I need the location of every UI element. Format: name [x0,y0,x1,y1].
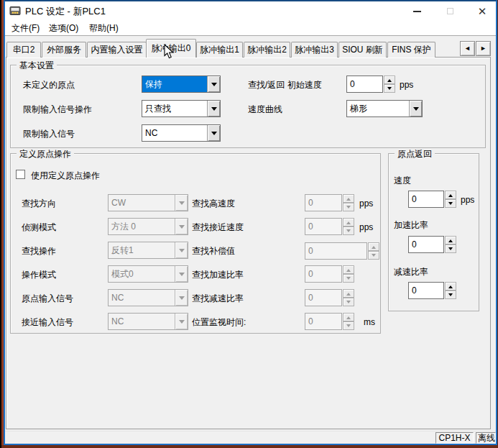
tab-fins-protect[interactable]: FINS 保护 [387,42,435,58]
menu-options[interactable]: 选项(O) [46,21,81,35]
limit-input-signal-combo[interactable]: NC [142,124,221,142]
maximize-button [438,1,462,21]
spin-up-icon [343,313,354,321]
minimize-icon [413,11,421,12]
search-direction-combo: CW [108,194,188,211]
origin-input-signal-label: 原点输入信号 [22,293,73,305]
return-speed-spinner[interactable]: 0 [408,191,456,208]
return-decel-ratio-label: 减速比率 [394,266,428,278]
spin-down-icon [368,251,379,260]
position-monitor-time-unit: ms [364,317,375,327]
spin-up-icon[interactable] [445,236,456,244]
tab-serial2[interactable]: 串口2 [6,42,41,58]
search-decel-ratio-label: 查找减速比率 [192,293,244,305]
search-proximity-speed-spinner: 0 [305,218,354,235]
return-accel-ratio-spinner[interactable]: 0 [408,236,456,253]
group-origin-return-title: 原点返回 [395,148,435,160]
chevron-down-icon[interactable] [207,125,220,141]
chevron-down-icon [175,195,188,211]
menubar: 文件(F) 选项(O) 帮助(H) [5,21,496,36]
plc-settings-window: PLC 设定 - 新PLC1 ✕ 文件(F) 选项(O) 帮助(H) 串口2 外… [4,0,497,445]
chevron-down-icon[interactable] [207,76,220,92]
proximity-input-signal-combo: NC [108,313,188,330]
spin-up-icon[interactable] [445,191,456,199]
use-define-origin-label: 使用定义原点操作 [31,170,100,182]
operation-mode-combo: 模式0 [108,265,188,283]
spin-up-icon [343,194,354,203]
menu-help[interactable]: 帮助(H) [86,21,121,35]
spin-up-icon [343,289,354,298]
spin-up-icon[interactable] [445,282,456,291]
spin-up-icon[interactable] [384,76,395,84]
menu-file[interactable]: 文件(F) [9,21,42,35]
operation-mode-label: 操作模式 [22,269,56,281]
group-define-origin-title: 定义原点操作 [17,148,74,160]
detect-mode-label: 侦测模式 [22,221,56,234]
search-direction-label: 查找方向 [22,198,56,210]
status-connection: 离线 [476,432,496,444]
spin-up-icon [343,218,354,227]
search-high-speed-unit: pps [359,198,373,209]
search-decel-ratio-spinner: 0 [305,289,354,306]
limit-input-operation-label: 限制输入信号操作 [23,104,92,116]
group-basic-settings-title: 基本设置 [17,60,57,72]
tab-pulse-output-1[interactable]: 脉冲输出1 [196,42,243,58]
return-decel-ratio-spinner[interactable]: 0 [408,282,456,299]
minimize-button[interactable] [405,1,429,21]
status-device: CP1H-X [435,432,474,444]
search-proximity-speed-label: 查找接近速度 [192,221,244,234]
search-accel-ratio-spinner: 0 [305,265,354,283]
tab-scroll-right-button[interactable]: ► [476,41,491,56]
tab-pulse-output-3[interactable]: 脉冲输出3 [291,42,338,58]
spin-down-icon[interactable] [445,199,456,208]
tab-scroll-left-button[interactable]: ◄ [460,41,475,56]
chevron-down-icon [175,266,188,282]
chevron-down-icon [175,290,188,306]
undefined-origin-combo[interactable]: 保持 [142,76,221,93]
initial-speed-unit: pps [400,80,413,90]
spin-down-icon[interactable] [445,291,456,299]
desktop-edge-bottom [1,445,498,448]
spin-down-icon[interactable] [384,84,395,93]
use-define-origin-checkbox[interactable] [16,170,25,179]
app-icon [9,5,21,17]
spin-down-icon [343,227,354,235]
tab-external-service[interactable]: 外部服务 [42,42,86,58]
chevron-down-icon [175,242,188,258]
initial-speed-spinner[interactable]: 0 [346,76,395,93]
undefined-origin-label: 未定义的原点 [23,79,75,91]
chevron-down-icon[interactable] [207,101,220,116]
search-operation-label: 查找操作 [22,245,56,257]
search-proximity-speed-unit: pps [359,222,373,232]
tab-builtin-input[interactable]: 内置输入设置 [87,42,147,58]
search-compensation-label: 查找补偿值 [192,245,235,257]
detect-mode-combo: 方法 0 [108,218,188,235]
return-accel-ratio-label: 加速比率 [394,219,428,232]
speed-curve-label: 速度曲线 [248,104,282,116]
spin-down-icon [343,321,354,330]
tab-pulse-output-2[interactable]: 脉冲输出2 [244,42,290,58]
titlebar[interactable]: PLC 设定 - 新PLC1 ✕ [5,1,496,21]
position-monitor-time-label: 位置监视时间: [192,316,246,329]
spin-up-icon [368,242,379,251]
chevron-down-icon[interactable] [409,101,422,116]
search-high-speed-spinner: 0 [305,194,354,211]
spin-down-icon[interactable] [445,244,456,253]
tab-siou-refresh[interactable]: SIOU 刷新 [338,42,387,58]
limit-input-signal-label: 限制输入信号 [23,128,75,140]
search-accel-ratio-label: 查找加速比率 [192,269,244,281]
origin-input-signal-combo: NC [108,289,188,306]
return-speed-unit: pps [461,195,474,205]
search-compensation-spinner: 0 [305,242,379,260]
speed-curve-combo[interactable]: 梯形 [346,100,423,117]
spin-down-icon [343,274,354,283]
search-operation-combo: 反转1 [108,242,188,259]
close-button[interactable]: ✕ [470,1,494,21]
mouse-cursor [164,44,175,60]
position-monitor-time-spinner: 0 [305,313,354,330]
limit-input-operation-combo[interactable]: 只查找 [142,100,221,117]
proximity-input-signal-label: 接近输入信号 [22,316,73,329]
maximize-icon [447,8,453,14]
initial-speed-label: 查找/返回 初始速度 [248,79,322,91]
statusbar: CP1H-X 离线 [5,431,496,444]
